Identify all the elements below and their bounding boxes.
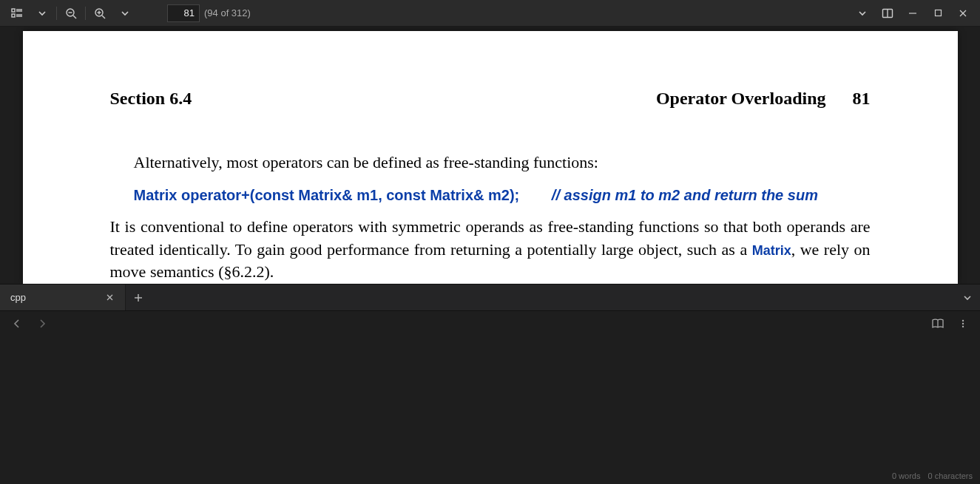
code-comment: // assign m1 to m2 and return the sum <box>552 187 818 203</box>
svg-line-7 <box>73 16 76 18</box>
nav-back-button[interactable] <box>7 314 27 333</box>
page-count-label: (94 of 312) <box>204 7 251 18</box>
inline-code: Matrix <box>752 243 791 258</box>
status-word-count: 0 words <box>892 471 921 480</box>
svg-rect-3 <box>12 14 15 17</box>
zoom-out-button[interactable] <box>58 3 84 24</box>
pdf-page: Section 6.4 Operator Overloading 81 Alte… <box>23 31 958 284</box>
svg-line-10 <box>102 16 105 18</box>
page-number: 81 <box>853 89 871 109</box>
editor-tab[interactable]: cpp <box>0 284 126 310</box>
tabs-overflow-button[interactable] <box>955 284 980 310</box>
pdf-code-line: Matrix operator+(const Matrix& m1, const… <box>134 187 871 204</box>
svg-point-24 <box>962 319 964 321</box>
nav-forward-button[interactable] <box>33 314 52 333</box>
svg-rect-0 <box>12 9 15 12</box>
zoom-in-button[interactable] <box>87 3 112 24</box>
more-options-button[interactable] <box>953 314 973 333</box>
page-number-input[interactable] <box>167 4 200 22</box>
svg-rect-16 <box>935 10 941 16</box>
window-minimize-button[interactable] <box>900 3 925 24</box>
window-maximize-button[interactable] <box>925 3 950 24</box>
tools-dropdown-button[interactable] <box>850 3 875 24</box>
pdf-toolbar: (94 of 312) <box>0 0 980 27</box>
section-label: Section 6.4 <box>110 89 192 109</box>
tab-close-button[interactable] <box>103 291 116 304</box>
new-tab-button[interactable] <box>126 284 151 310</box>
editor-tabstrip: cpp <box>0 284 980 310</box>
zoom-dropdown-button[interactable] <box>112 3 138 24</box>
reader-view-button[interactable] <box>875 3 900 24</box>
svg-point-25 <box>962 322 964 324</box>
editor-tab-label: cpp <box>10 292 26 303</box>
status-char-count: 0 characters <box>927 471 973 480</box>
svg-point-26 <box>962 325 964 327</box>
editor-subbar <box>0 310 980 335</box>
header-title: Operator Overloading <box>656 89 826 109</box>
pdf-page-header: Section 6.4 Operator Overloading 81 <box>110 89 871 109</box>
reading-mode-button[interactable] <box>928 314 947 333</box>
status-bar: 0 words 0 characters <box>0 468 980 484</box>
editor-body[interactable] <box>0 335 980 468</box>
sidebar-toggle-button[interactable] <box>4 3 30 24</box>
code-declaration: Matrix operator+(const Matrix& m1, const… <box>134 187 520 203</box>
pdf-paragraph: Alternatively, most operators can be def… <box>110 151 871 174</box>
pdf-paragraph: It is conventional to define operators w… <box>110 216 871 283</box>
window-close-button[interactable] <box>950 3 976 24</box>
pdf-viewport[interactable]: Section 6.4 Operator Overloading 81 Alte… <box>0 27 980 284</box>
sidebar-dropdown-button[interactable] <box>30 3 55 24</box>
